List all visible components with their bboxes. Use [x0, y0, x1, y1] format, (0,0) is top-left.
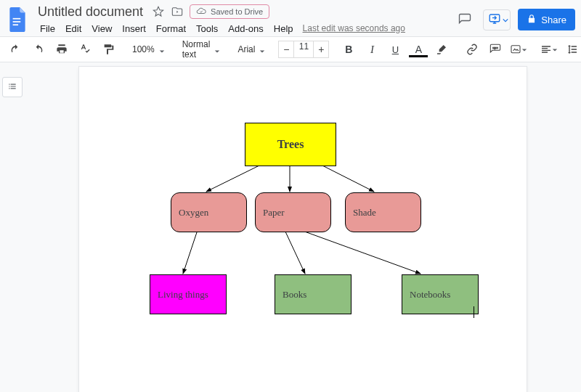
svg-rect-2: [13, 24, 18, 25]
cloud-icon: [196, 6, 206, 17]
insert-link-button[interactable]: [461, 41, 483, 58]
menu-file[interactable]: File: [35, 21, 60, 36]
toolbar: 100% Normal text Arial − 11 + B I U A ⋯: [0, 36, 581, 62]
diagram-node-books[interactable]: Books: [275, 274, 352, 314]
highlight-button[interactable]: [431, 41, 452, 58]
align-button[interactable]: [538, 41, 560, 58]
zoom-combo[interactable]: 100%: [128, 41, 169, 58]
svg-line-8: [183, 230, 198, 274]
text-color-button[interactable]: A: [407, 41, 429, 58]
menu-view[interactable]: View: [86, 21, 117, 36]
outline-toggle-button[interactable]: [2, 77, 23, 97]
present-icon: [488, 12, 501, 28]
text-cursor: [474, 306, 474, 318]
document-page[interactable]: Trees Oxygen Paper Shade Living things B…: [79, 67, 527, 392]
menu-help[interactable]: Help: [269, 21, 298, 36]
undo-button[interactable]: [4, 41, 26, 58]
share-label: Share: [541, 15, 566, 25]
caret-down-icon: [214, 46, 220, 52]
menu-format[interactable]: Format: [151, 21, 191, 36]
paragraph-style-value: Normal text: [182, 39, 211, 60]
menu-addons[interactable]: Add-ons: [223, 21, 268, 36]
print-button[interactable]: [51, 41, 73, 58]
zoom-value: 100%: [132, 44, 155, 54]
diagram-node-paper[interactable]: Paper: [255, 192, 331, 232]
saved-to-drive-pill[interactable]: Saved to Drive: [190, 4, 269, 19]
lock-icon: [527, 14, 537, 26]
caret-down-icon: [259, 46, 265, 52]
diagram-node-notebooks[interactable]: Notebooks: [402, 274, 479, 314]
diagram-node-trees[interactable]: Trees: [245, 123, 336, 166]
text-color-swatch: [409, 55, 428, 57]
menu-bar: File Edit View Insert Format Tools Add-o…: [35, 21, 405, 36]
underline-button[interactable]: U: [384, 41, 406, 58]
bold-button[interactable]: B: [338, 41, 359, 58]
font-size-decrease[interactable]: −: [278, 41, 294, 58]
font-combo[interactable]: Arial: [233, 41, 269, 58]
menu-insert[interactable]: Insert: [117, 21, 151, 36]
menu-edit[interactable]: Edit: [60, 21, 86, 36]
font-value: Arial: [237, 44, 255, 54]
svg-line-10: [301, 230, 420, 274]
font-size-increase[interactable]: +: [313, 41, 329, 58]
left-rail: [0, 62, 25, 392]
star-icon[interactable]: [152, 5, 165, 18]
spellcheck-button[interactable]: [74, 41, 96, 58]
menu-tools[interactable]: Tools: [191, 21, 223, 36]
share-button[interactable]: Share: [518, 9, 575, 30]
svg-rect-4: [511, 46, 520, 53]
titlebar: Untitled document Saved to Drive File Ed…: [0, 0, 581, 36]
diagram-node-oxygen[interactable]: Oxygen: [171, 192, 247, 232]
caret-down-icon: [521, 44, 527, 55]
caret-down-icon: [552, 44, 558, 55]
diagram-node-living-things[interactable]: Living things: [150, 274, 227, 314]
outline-icon: [7, 81, 17, 94]
caret-down-icon: [159, 46, 165, 52]
svg-rect-0: [13, 18, 21, 20]
redo-button[interactable]: [28, 41, 49, 58]
paragraph-style-combo[interactable]: Normal text: [178, 41, 225, 58]
italic-button[interactable]: I: [361, 41, 383, 58]
svg-line-5: [206, 165, 261, 192]
last-edit-link[interactable]: Last edit was seconds ago: [303, 21, 405, 36]
insert-image-button[interactable]: [508, 41, 529, 58]
diagram-node-shade[interactable]: Shade: [345, 192, 421, 232]
saved-to-drive-label: Saved to Drive: [211, 7, 263, 16]
line-spacing-button[interactable]: [561, 41, 581, 58]
svg-rect-1: [13, 21, 21, 23]
svg-line-9: [285, 230, 305, 274]
present-caret-icon: [503, 15, 508, 25]
font-size-input[interactable]: 11: [294, 41, 313, 58]
move-icon[interactable]: [171, 5, 184, 18]
canvas-area[interactable]: Trees Oxygen Paper Shade Living things B…: [25, 62, 581, 392]
paint-format-button[interactable]: [97, 41, 119, 58]
font-size-stepper: − 11 +: [278, 41, 329, 58]
present-button[interactable]: [483, 9, 511, 30]
document-title[interactable]: Untitled document: [35, 4, 146, 20]
insert-comment-button[interactable]: [484, 41, 506, 58]
docs-logo[interactable]: [7, 7, 28, 33]
comments-history-button[interactable]: [454, 9, 476, 30]
svg-line-7: [321, 165, 374, 192]
text-color-glyph: A: [415, 44, 422, 55]
workspace: Trees Oxygen Paper Shade Living things B…: [0, 62, 581, 392]
